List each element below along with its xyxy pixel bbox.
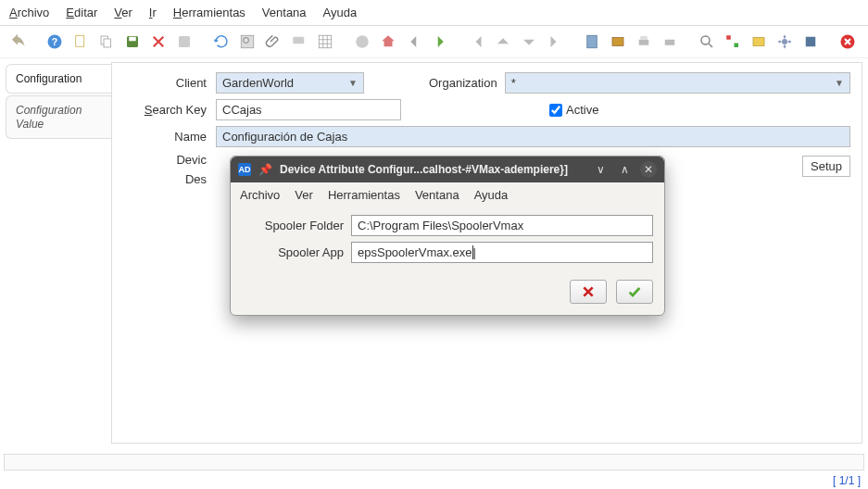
lookup-icon[interactable] [237,31,258,52]
svg-rect-10 [293,37,304,44]
svg-point-22 [782,39,787,44]
archive-icon[interactable] [608,31,628,52]
chevron-down-icon: ▼ [348,78,358,88]
dialog-actions [231,272,664,315]
svg-rect-4 [104,39,111,47]
print-icon[interactable] [634,31,654,52]
svg-rect-6 [129,37,136,42]
dialog-menubar: Archivo Ver Herramientas Ventana Ayuda [231,182,664,207]
svg-rect-2 [76,35,84,46]
organization-field[interactable]: *▼ [505,72,850,94]
dlg-menu-ayuda[interactable]: Ayuda [474,188,509,202]
menu-ventana[interactable]: Ventana [262,6,307,19]
zoom-icon[interactable] [697,31,717,52]
cancel-button[interactable] [570,280,607,304]
svg-rect-11 [319,35,332,48]
spooler-folder-label: Spooler Folder [242,219,344,232]
save-icon[interactable] [122,31,143,52]
svg-rect-21 [753,38,764,46]
device-attribute-dialog: AD 📌 Device Attribute Configur...calhost… [230,156,665,316]
svg-point-12 [356,35,369,48]
spooler-folder-field[interactable]: C:\Program Files\SpoolerVmax [351,215,653,236]
spooler-app-label: Spooler App [242,245,344,259]
close-dialog-icon[interactable]: ✕ [640,161,657,178]
chat-icon[interactable] [289,31,309,52]
svg-rect-23 [806,37,816,47]
svg-rect-14 [612,38,623,46]
tab-configuration-value[interactable]: Configuration Value [6,95,111,139]
copy-icon[interactable] [96,31,117,52]
svg-rect-15 [639,40,649,45]
menu-ir[interactable]: Ir [149,6,157,19]
dialog-body: Spooler Folder C:\Program Files\SpoolerV… [231,207,664,272]
svg-rect-17 [665,40,675,45]
last-icon[interactable] [545,31,565,52]
svg-rect-16 [640,36,648,40]
app-icon: AD [238,163,251,176]
active-checkbox[interactable]: Active [549,103,598,117]
svg-rect-8 [241,35,254,48]
svg-rect-20 [735,44,739,48]
attachment-icon[interactable] [263,31,283,52]
report-icon[interactable] [582,31,602,52]
status-record-count: [ 1/1 ] [833,474,861,487]
menu-ver[interactable]: Ver [114,6,132,19]
back-icon[interactable] [404,31,424,52]
maximize-icon[interactable]: ∧ [616,161,633,178]
chevron-down-icon: ▼ [835,78,844,88]
dialog-title: Device Attribute Configur...calhost-#VMa… [280,163,585,176]
undo-icon[interactable] [7,31,28,52]
menu-editar[interactable]: Editar [66,6,97,19]
svg-rect-19 [726,35,731,40]
dlg-menu-ventana[interactable]: Ventana [415,188,459,202]
dlg-menu-ver[interactable]: Ver [295,188,313,202]
device-label: Devic [123,153,207,167]
up-icon[interactable] [493,31,513,52]
history-icon[interactable] [352,31,372,52]
ok-button[interactable] [616,280,653,304]
tab-configuration[interactable]: Configuration [6,64,111,94]
client-label: Client [123,76,207,90]
svg-rect-7 [179,36,190,47]
down-icon[interactable] [519,31,539,52]
dialog-titlebar[interactable]: AD 📌 Device Attribute Configur...calhost… [231,157,664,182]
main-toolbar: ? [0,26,868,58]
minimize-icon[interactable]: ∨ [592,161,609,178]
description-label: Des [123,172,207,186]
dlg-menu-herramientas[interactable]: Herramientas [328,188,400,202]
svg-point-18 [701,36,710,44]
spooler-app-field[interactable]: epsSpoolerVmax.exe| [351,242,653,263]
delete-icon[interactable] [148,31,169,52]
menu-ayuda[interactable]: Ayuda [323,6,358,19]
bottom-toolbar [4,454,864,470]
menu-archivo[interactable]: Archivo [9,6,49,19]
search-key-label: Search Key [123,103,207,117]
client-field[interactable]: GardenWorld▼ [216,72,364,94]
request-icon[interactable] [748,31,769,52]
home-icon[interactable] [378,31,398,52]
main-menubar: Archivo Editar Ver Ir Herramientas Venta… [0,0,868,26]
svg-text:?: ? [52,36,57,47]
dlg-menu-archivo[interactable]: Archivo [240,188,280,202]
close-icon[interactable] [837,31,858,52]
pin-icon[interactable]: 📌 [258,163,272,176]
tabs-column: Configuration Configuration Value [0,58,111,447]
forward-icon[interactable] [430,31,450,52]
organization-label: Organization [429,76,497,90]
help-icon[interactable]: ? [44,31,65,52]
svg-rect-13 [587,35,598,48]
name-label: Name [123,130,207,144]
product-icon[interactable] [800,31,821,52]
disk-icon[interactable] [174,31,195,52]
workflow-icon[interactable] [723,31,743,52]
print2-icon[interactable] [660,31,680,52]
first-icon[interactable] [467,31,487,52]
setup-button[interactable]: Setup [802,156,850,177]
name-field[interactable]: Configuración de Cajas [216,126,850,147]
gear-icon[interactable] [774,31,795,52]
grid-icon[interactable] [315,31,335,52]
refresh-icon[interactable] [211,31,232,52]
new-icon[interactable] [70,31,91,52]
menu-herramientas[interactable]: Herramientas [173,6,245,19]
search-key-field[interactable]: CCajas [216,99,401,120]
